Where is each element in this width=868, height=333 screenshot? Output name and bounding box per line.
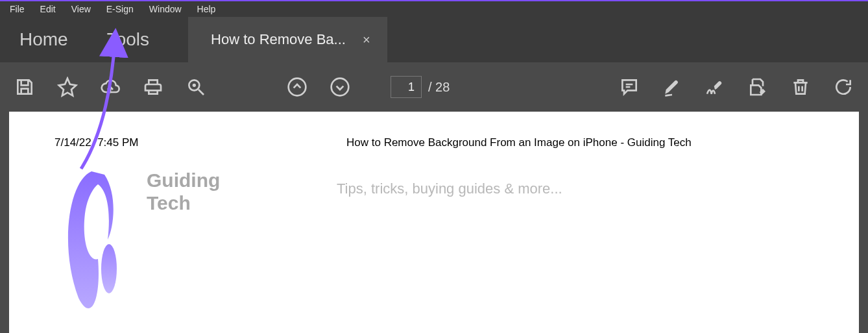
tagline: Tips, tricks, buying guides & more... <box>337 180 562 197</box>
close-icon[interactable]: × <box>359 32 374 47</box>
sign-icon[interactable] <box>703 75 727 99</box>
zoom-icon[interactable] <box>184 75 208 99</box>
comment-icon[interactable] <box>618 75 641 99</box>
tab-home[interactable]: Home <box>0 17 88 62</box>
menubar: File Edit View E-Sign Window Help <box>0 0 868 17</box>
menu-esign[interactable]: E-Sign <box>99 2 141 16</box>
print-icon[interactable] <box>141 75 165 99</box>
menu-view[interactable]: View <box>64 2 98 16</box>
doc-title: How to Remove Background From an Image o… <box>346 136 692 149</box>
svg-point-4 <box>101 244 117 293</box>
svg-point-2 <box>289 79 306 96</box>
toolbar: / 28 <box>0 62 868 112</box>
star-icon[interactable] <box>56 75 79 99</box>
cloud-upload-icon[interactable] <box>99 75 122 99</box>
menu-help[interactable]: Help <box>190 2 223 16</box>
menu-window[interactable]: Window <box>142 2 189 16</box>
page-up-icon[interactable] <box>285 75 309 99</box>
menu-edit[interactable]: Edit <box>33 2 63 16</box>
svg-point-1 <box>193 84 195 86</box>
tab-tools[interactable]: Tools <box>88 17 169 62</box>
delete-icon[interactable] <box>789 75 812 99</box>
brand: Guiding Tech <box>62 168 220 320</box>
doc-datetime: 7/14/22, 7:45 PM <box>54 136 138 149</box>
page-down-icon[interactable] <box>328 75 352 99</box>
brand-name: Guiding Tech <box>147 169 220 214</box>
document-page: 7/14/22, 7:45 PM How to Remove Backgroun… <box>9 112 859 333</box>
brand-logo-icon <box>62 168 134 320</box>
document-tab[interactable]: How to Remove Ba... × <box>188 17 387 62</box>
edit-pages-icon[interactable] <box>746 75 769 99</box>
page-input[interactable] <box>391 76 422 98</box>
brand-line1: Guiding <box>147 169 220 192</box>
content-area: 7/14/22, 7:45 PM How to Remove Backgroun… <box>0 112 868 333</box>
document-tab-title: How to Remove Ba... <box>211 31 346 48</box>
menu-file[interactable]: File <box>3 2 32 16</box>
save-icon[interactable] <box>13 75 36 99</box>
rotate-icon[interactable] <box>832 75 855 99</box>
page-total: / 28 <box>428 80 450 95</box>
page-indicator: / 28 <box>391 76 450 98</box>
tabbar: Home Tools How to Remove Ba... × <box>0 17 868 62</box>
svg-point-3 <box>332 79 349 96</box>
highlight-icon[interactable] <box>660 75 684 99</box>
brand-line2: Tech <box>147 192 220 215</box>
